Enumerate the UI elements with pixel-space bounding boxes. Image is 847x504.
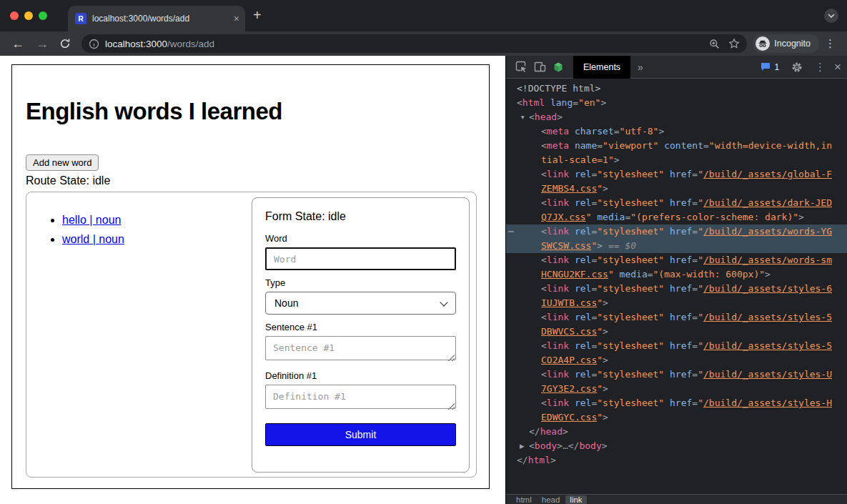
expand-node-icon[interactable]: ▶ <box>520 439 525 453</box>
inspect-element-icon[interactable] <box>512 58 530 76</box>
window-controls <box>10 11 47 20</box>
fullscreen-window-button[interactable] <box>39 11 47 20</box>
route-state-text: Route State: idle <box>26 174 110 187</box>
code-line[interactable]: <link rel="stylesheet" href="/build/_ass… <box>506 396 847 410</box>
code-line[interactable]: ▶<body>…</body> <box>506 439 847 453</box>
code-line[interactable]: </head> <box>506 425 847 439</box>
zoom-icon[interactable] <box>709 39 720 49</box>
sentence-textarea[interactable] <box>265 336 456 360</box>
type-label: Type <box>265 277 456 288</box>
code-line[interactable]: <link rel="stylesheet" href="/build/_ass… <box>506 253 847 267</box>
code-line[interactable]: <!DOCTYPE html> <box>506 81 847 96</box>
code-line[interactable]: CO2A4P.css"> <box>506 353 847 367</box>
incognito-icon <box>756 36 770 51</box>
code-line[interactable]: tial-scale=1"> <box>506 153 847 167</box>
devtools-close-icon[interactable]: × <box>834 61 841 73</box>
devtools-breadcrumbs: htmlheadlink <box>506 494 847 504</box>
word-list: hello | nounworld | noun <box>44 214 124 252</box>
code-line[interactable]: <html lang="en"> <box>506 96 847 110</box>
minimize-window-button[interactable] <box>24 11 33 20</box>
word-link[interactable]: world | noun <box>62 233 124 245</box>
definition-textarea[interactable] <box>265 385 456 409</box>
devtools-code: <!DOCTYPE html><html lang="en">▼<head><m… <box>506 79 847 494</box>
issues-count: 1 <box>774 62 779 72</box>
form-state-text: Form State: idle <box>265 210 456 223</box>
word-input[interactable] <box>265 247 456 270</box>
word-list-item: world | noun <box>62 233 124 246</box>
code-line[interactable]: <meta charset="utf-8"> <box>506 124 847 139</box>
definition-label: Definition #1 <box>265 370 456 381</box>
code-line[interactable]: <link rel="stylesheet" href="/build/_ass… <box>506 167 847 182</box>
code-line[interactable]: <link rel="stylesheet" href="/build/_ass… <box>506 282 847 296</box>
tab-favicon-icon: R <box>75 13 86 24</box>
url-path: /words/add <box>167 39 214 49</box>
page-title: English words I learned <box>26 98 282 125</box>
incognito-badge: Incognito <box>753 34 819 53</box>
code-line[interactable]: <link rel="stylesheet" href="/build/_ass… <box>506 196 847 210</box>
code-line[interactable]: SWCSW.css"> == $0 <box>506 239 847 253</box>
code-line[interactable]: </html> <box>506 453 847 468</box>
app-container: English words I learned Add new word Rou… <box>11 64 490 489</box>
code-line[interactable]: <link rel="stylesheet" href="/build/_ass… <box>506 367 847 382</box>
devtools-panel: Elements » 1 ⋮ × <!DOCTYPE html><html la… <box>505 56 847 504</box>
breadcrumb-item[interactable]: link <box>565 495 586 504</box>
tab-search-chevron-icon[interactable] <box>824 9 838 23</box>
word-label: Word <box>265 233 456 244</box>
code-line[interactable]: Q7JX.css" media="(prefers-color-scheme: … <box>506 210 847 224</box>
extension-cube-icon[interactable] <box>549 58 568 76</box>
issues-bubble-icon <box>761 62 771 71</box>
add-new-word-button[interactable]: Add new word <box>26 154 99 171</box>
browser-menu-icon[interactable]: ⋮ <box>825 37 836 50</box>
code-line[interactable]: ⋯<link rel="stylesheet" href="/build/_as… <box>506 224 847 239</box>
code-line[interactable]: ZEMBS4.css"> <box>506 182 847 196</box>
tab-title: localhost:3000/words/add <box>92 14 229 24</box>
settings-gear-icon[interactable] <box>788 58 806 76</box>
new-tab-button[interactable]: + <box>253 8 262 22</box>
node-menu-icon[interactable]: ⋯ <box>508 224 514 239</box>
submit-button[interactable]: Submit <box>265 423 456 446</box>
close-window-button[interactable] <box>10 11 19 20</box>
page-content: English words I learned Add new word Rou… <box>0 56 505 504</box>
breadcrumb-item[interactable]: head <box>538 495 565 504</box>
code-line[interactable]: <link rel="stylesheet" href="/build/_ass… <box>506 339 847 353</box>
code-line[interactable]: HCNGU2KF.css" media="(max-width: 600px)"… <box>506 267 847 282</box>
definition-textarea-wrap <box>265 385 456 412</box>
address-bar[interactable]: localhost:3000/words/add <box>81 34 747 53</box>
code-line[interactable]: <meta name="viewport" content="width=dev… <box>506 139 847 153</box>
tab-close-icon[interactable]: × <box>234 13 239 24</box>
back-button[interactable]: ← <box>11 31 24 56</box>
browser-window: R localhost:3000/words/add × + ← → local… <box>0 0 847 504</box>
word-list-item: hello | noun <box>62 214 124 227</box>
devtools-menu-icon[interactable]: ⋮ <box>815 61 826 74</box>
code-line[interactable]: DBWVCS.css"> <box>506 325 847 339</box>
reload-button[interactable] <box>59 38 71 49</box>
titlebar: R localhost:3000/words/add × + <box>0 0 847 31</box>
sentence-textarea-wrap <box>265 336 456 363</box>
device-toolbar-icon[interactable] <box>530 58 549 76</box>
bookmark-star-icon[interactable] <box>728 38 740 49</box>
type-select-wrap: Noun <box>265 292 456 315</box>
code-line[interactable]: EDWGYC.css"> <box>506 410 847 425</box>
more-panels-icon[interactable]: » <box>638 61 643 73</box>
code-line[interactable]: <link rel="stylesheet" href="/build/_ass… <box>506 310 847 325</box>
words-card: hello | nounworld | noun Form State: idl… <box>26 192 477 478</box>
word-link[interactable]: hello | noun <box>62 214 121 226</box>
browser-toolbar: ← → localhost:3000/words/add Incognito ⋮ <box>0 31 847 56</box>
code-line[interactable]: 7GY3E2.css"> <box>506 382 847 396</box>
forward-button[interactable]: → <box>36 31 49 56</box>
add-word-form: Form State: idle Word Type Noun Sentence… <box>252 197 470 473</box>
incognito-label: Incognito <box>774 39 811 49</box>
site-info-icon[interactable] <box>89 39 99 49</box>
issues-counter[interactable]: 1 <box>761 62 779 72</box>
breadcrumb-item[interactable]: html <box>512 495 536 504</box>
devtools-toolbar: Elements » 1 ⋮ × <box>506 56 847 79</box>
collapse-node-icon[interactable]: ▼ <box>520 110 525 124</box>
code-line[interactable]: IUJWTB.css"> <box>506 296 847 310</box>
url-host: localhost:3000 <box>105 39 167 49</box>
type-select[interactable]: Noun <box>265 292 456 315</box>
code-line[interactable]: ▼<head> <box>506 110 847 124</box>
browser-tab[interactable]: R localhost:3000/words/add × <box>68 6 245 31</box>
sentence-label: Sentence #1 <box>265 322 456 332</box>
tab-elements[interactable]: Elements <box>573 56 630 79</box>
